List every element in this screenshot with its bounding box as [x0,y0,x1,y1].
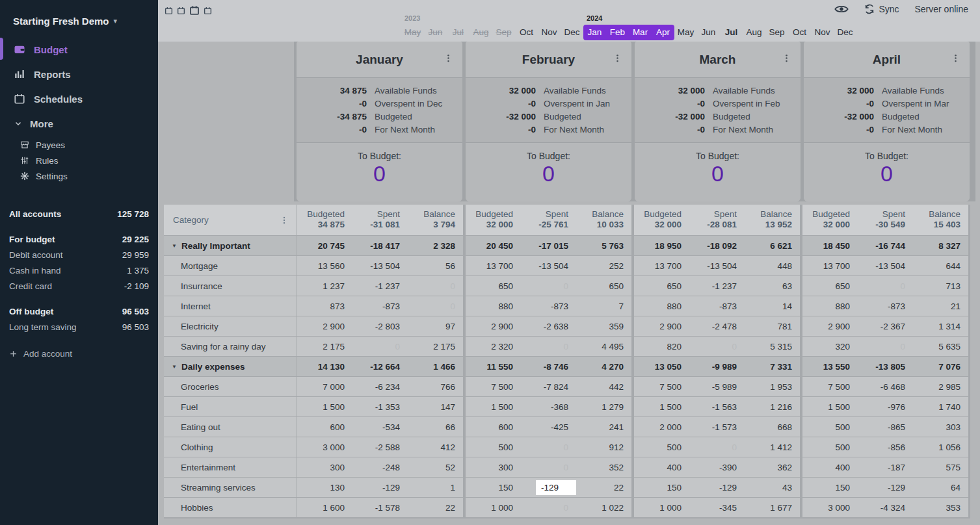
amount-cell[interactable]: 7 000 [297,377,352,396]
amount-cell[interactable]: -1 353 [352,397,408,416]
amount-cell[interactable]: 13 050 [634,357,689,376]
amount-cell[interactable]: -18 417 [352,236,408,255]
amount-cell[interactable]: 668 [745,417,800,437]
timeline-month-sep[interactable]: Sep [492,25,515,40]
column-header-spent[interactable]: Spent -30 549 [858,205,913,235]
category-name[interactable]: Clothing [164,437,297,457]
category-name[interactable]: Groceries [164,377,297,396]
amount-cell[interactable]: 873 [297,296,352,316]
budget-file-switcher[interactable]: Starting Fresh Demo ▾ [0,0,158,27]
amount-cell[interactable]: -2 367 [858,316,913,336]
amount-cell[interactable]: 56 [408,256,463,275]
month-menu-button[interactable] [951,53,960,66]
amount-cell[interactable]: -13 504 [521,256,576,275]
amount-cell[interactable]: -9 989 [689,357,745,376]
amount-cell[interactable]: 2 328 [408,236,463,255]
amount-cell[interactable]: 21 [913,296,968,316]
amount-cell[interactable]: 0 [689,437,745,457]
amount-cell[interactable]: -18 092 [689,236,745,255]
amount-cell[interactable]: 353 [913,498,968,517]
category-name[interactable]: Hobbies [164,498,297,517]
amount-cell[interactable]: 500 [466,437,521,457]
column-header-budgeted[interactable]: Budgeted 32 000 [802,205,858,235]
amount-cell[interactable]: 880 [466,296,521,316]
category-name[interactable]: Internet [164,296,297,316]
amount-cell[interactable]: -129 [689,478,745,497]
amount-cell[interactable]: 2 900 [466,316,521,336]
account-group-header[interactable]: Off budget 96 503 [0,303,158,319]
amount-cell[interactable]: 781 [745,316,800,336]
amount-cell[interactable]: 66 [408,417,463,437]
amount-cell[interactable]: 0 [858,337,913,356]
amount-cell[interactable]: 1 216 [745,397,800,416]
amount-cell[interactable]: 4 270 [576,357,631,376]
amount-cell[interactable]: -2 478 [689,316,745,336]
amount-cell[interactable]: 400 [802,457,858,477]
amount-cell[interactable]: 2 900 [297,316,352,336]
amount-cell[interactable]: -873 [689,296,745,316]
amount-cell[interactable]: 63 [745,276,800,296]
amount-cell[interactable]: 241 [576,417,631,437]
amount-cell[interactable]: -2 803 [352,316,408,336]
amount-cell[interactable]: 1 314 [913,316,968,336]
column-header-budgeted[interactable]: Budgeted 32 000 [466,205,521,235]
category-name[interactable]: Electricity [164,316,297,336]
amount-cell[interactable]: 13 560 [297,256,352,275]
timeline-month-jun[interactable]: Jun [424,25,447,40]
amount-cell[interactable]: 7 500 [466,377,521,396]
amount-cell[interactable]: 600 [466,417,521,437]
server-status-button[interactable]: Server online [915,4,969,14]
amount-cell[interactable]: 0 [521,437,576,457]
amount-cell[interactable]: 0 [352,337,408,356]
amount-cell[interactable]: -873 [858,296,913,316]
amount-cell[interactable]: 650 [634,276,689,296]
amount-cell[interactable]: 359 [576,316,631,336]
amount-cell[interactable]: 303 [913,417,968,437]
amount-cell[interactable]: -1 563 [689,397,745,416]
amount-cell[interactable]: 5 315 [745,337,800,356]
amount-cell[interactable]: -873 [521,296,576,316]
privacy-toggle-button[interactable] [834,4,849,14]
amount-cell[interactable]: 1 953 [745,377,800,396]
amount-cell[interactable]: 4 495 [576,337,631,356]
amount-cell[interactable]: 2 175 [408,337,463,356]
amount-cell[interactable]: 1 500 [297,397,352,416]
amount-cell[interactable]: 13 700 [466,256,521,275]
amount-cell[interactable]: 0 [521,337,576,356]
column-header-budgeted[interactable]: Budgeted 34 875 [297,205,352,235]
amount-cell[interactable]: -1 237 [689,276,745,296]
amount-cell[interactable]: 713 [913,276,968,296]
category-menu-button[interactable] [280,216,289,225]
amount-cell[interactable]: 820 [634,337,689,356]
amount-cell[interactable]: 0 [858,276,913,296]
amount-cell[interactable]: 13 700 [802,256,858,275]
amount-cell[interactable]: -6 468 [858,377,913,396]
amount-cell[interactable]: 320 [802,337,858,356]
category-name[interactable]: Mortgage [164,256,297,275]
timeline-month-aug[interactable]: Aug [743,25,765,40]
amount-cell[interactable]: 442 [576,377,631,396]
amount-cell[interactable]: 8 327 [913,236,968,255]
amount-cell[interactable]: -1 237 [352,276,408,296]
amount-cell[interactable]: -13 805 [858,357,913,376]
amount-cell[interactable]: 912 [576,437,631,457]
amount-cell[interactable]: 644 [913,256,968,275]
amount-cell[interactable]: 2 320 [466,337,521,356]
amount-cell[interactable]: 3 000 [802,498,858,517]
timeline-month-sep[interactable]: Sep [765,25,788,40]
amount-cell[interactable]: 0 [521,498,576,517]
amount-cell[interactable]: 150 [802,478,858,497]
timeline-month-apr[interactable]: Apr [652,25,674,40]
account-row-all[interactable]: All accounts 125 728 [0,206,158,222]
amount-cell[interactable]: 1 500 [634,397,689,416]
amount-cell[interactable]: 150 [634,478,689,497]
sidebar-item-rules[interactable]: Rules [0,153,158,168]
amount-cell[interactable]: 0 [689,337,745,356]
month-menu-button[interactable] [613,53,622,66]
sidebar-item-schedules[interactable]: Schedules [0,86,158,111]
category-name[interactable]: Insurrance [164,276,297,296]
amount-cell[interactable]: -534 [352,417,408,437]
amount-cell[interactable]: -129 [858,478,913,497]
category-name[interactable]: Fuel [164,397,297,416]
more-toggle[interactable]: More [0,111,158,136]
